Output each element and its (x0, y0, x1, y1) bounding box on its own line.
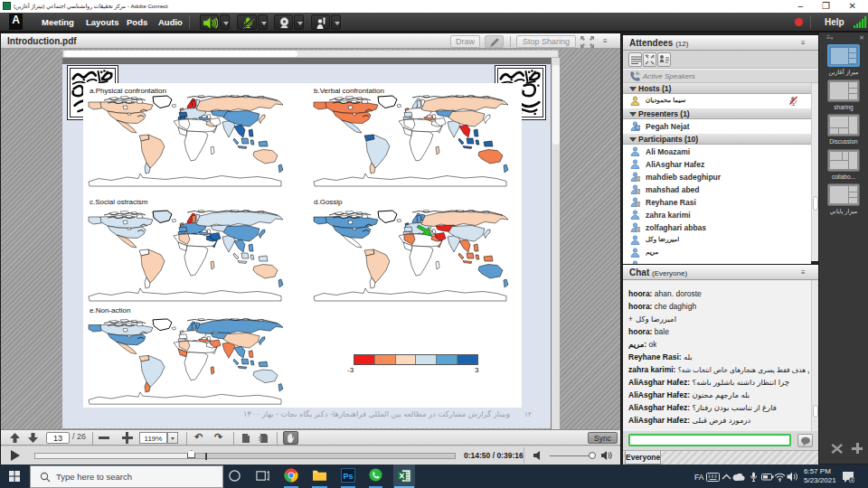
svg-text:4: 4 (851, 477, 854, 483)
